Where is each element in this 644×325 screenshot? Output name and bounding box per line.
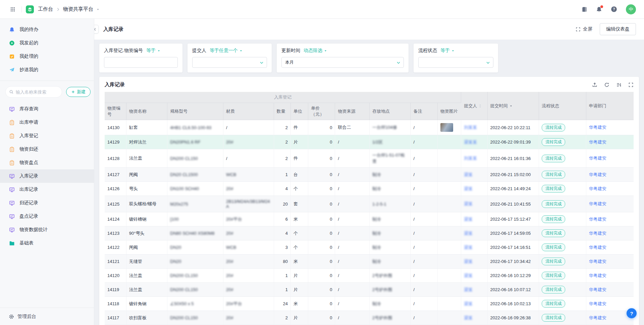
table-row[interactable]: 14127闸阀DN20 CL1500WCB1台0/制冷/梁某2022-06-21… [105, 168, 634, 182]
cell-text: 片 [293, 315, 298, 320]
filter-operator[interactable]: 等于任意一个 [210, 48, 243, 54]
submitter-link[interactable]: 刘某某 [464, 125, 477, 130]
table-row[interactable]: 14124镀锌槽钢[10020#平台6米0/制冷/梁某2022-06-17 15… [105, 212, 634, 226]
sidebar-item-material-statistics[interactable]: 物资数据统计 [0, 223, 94, 236]
sidebar-item-material-stocktake[interactable]: 物资盘点 [0, 156, 94, 169]
sort-icon[interactable] [478, 104, 482, 108]
user-avatar[interactable]: 中 [626, 4, 636, 14]
filter-operator[interactable]: 动态筛选 [304, 48, 327, 54]
submitter-link[interactable]: 梁某 [464, 217, 473, 222]
help-circle-icon[interactable]: ? [611, 6, 617, 12]
filter-input[interactable] [108, 60, 169, 65]
submitter-link[interactable]: 梁某某 [464, 140, 477, 145]
cell-text: / [338, 186, 339, 191]
sidebar-item-material-return[interactable]: 物资归还 [0, 143, 94, 156]
breadcrumb-app-name[interactable]: 物资共享平台 [63, 6, 93, 12]
cell-location: 制冷 [369, 226, 411, 240]
submitter-link[interactable]: 梁某 [464, 172, 473, 177]
search-input[interactable] [16, 90, 58, 95]
breadcrumb-workbench[interactable]: 工作台 [38, 6, 53, 12]
column-header-content[interactable]: 提交人 [464, 103, 482, 109]
floating-help-button[interactable]: ? [627, 308, 637, 318]
column-settings-icon[interactable] [616, 82, 622, 88]
cell-text: 缸套 [129, 125, 138, 130]
dept-link[interactable]: 华粤建安 [589, 140, 606, 145]
filter-operator[interactable]: 等于 [146, 48, 161, 54]
fullscreen-button[interactable]: 全屏 [576, 26, 592, 32]
filter-operator[interactable]: 等于 [440, 48, 455, 54]
filter-submitter-select[interactable] [192, 57, 267, 68]
dept-link[interactable]: 华粤建安 [589, 287, 606, 292]
table-row[interactable]: 14128法兰盖DN200 CL150/2件0/一台焊1-51-07检查/刘某某… [105, 149, 634, 168]
caret-down-icon[interactable] [96, 7, 100, 11]
refresh-icon[interactable] [604, 82, 609, 88]
table-row[interactable]: 14120法兰盖DN200 CL15020#1片0/2号炉外围/梁某2022-0… [105, 269, 634, 283]
sidebar-admin-backend[interactable]: 管理后台 [0, 308, 94, 325]
dept-link[interactable]: 华粤建安 [589, 259, 606, 264]
submitter-link[interactable]: 刘某某 [464, 156, 477, 161]
submitter-link[interactable]: 梁某 [464, 273, 473, 278]
table-row[interactable]: 14129对焊法兰DN20PN1.6 RF20#2片0/1/2区/梁某某2022… [105, 135, 634, 149]
dept-link[interactable]: 华粤建安 [589, 245, 606, 250]
column-header-content[interactable]: 提交时间 [490, 103, 513, 109]
dept-link[interactable]: 华粤建安 [589, 186, 606, 191]
dept-link[interactable]: 华粤建安 [589, 273, 606, 278]
filter-flow-status-select[interactable] [418, 57, 493, 68]
submitter-link[interactable]: 梁某 [464, 287, 473, 292]
table-row[interactable]: 14119法兰盖DN200 CL15020#1片0/2号炉外围/梁某2022-0… [105, 283, 634, 297]
filter-material-code-input[interactable] [104, 57, 178, 68]
notification-bell-icon[interactable] [596, 6, 602, 12]
sidebar-item-my-handled[interactable]: 我处理的 [0, 50, 94, 63]
dept-link[interactable]: 华粤建安 [589, 172, 606, 177]
fullscreen-icon [576, 27, 581, 32]
table-row[interactable]: 14118镀锌角钢∠50X50 x 520#平台24米0/制冷/梁某2022-0… [105, 297, 634, 311]
cell-text: 14118 [107, 301, 119, 306]
sidebar-item-my-initiated[interactable]: 我发起的 [0, 36, 94, 50]
submitter-link[interactable]: 梁某 [464, 201, 473, 206]
edit-dashboard-button[interactable]: 编辑仪表盘 [600, 23, 636, 35]
sidebar-search[interactable] [5, 86, 62, 98]
submitter-link[interactable]: 梁某 [464, 231, 473, 236]
sidebar-item-stocktake-records[interactable]: 盘点记录 [0, 210, 94, 223]
submitter-link[interactable]: 梁某 [464, 259, 473, 264]
table-row[interactable]: 14130缸套4HB1 CL6.50-100-93/2件0联合二一台焊104修/… [105, 120, 634, 135]
sidebar-item-inventory-query[interactable]: 库存查询 [0, 102, 94, 116]
dept-link[interactable]: 华粤建安 [589, 156, 606, 161]
submitter-link[interactable]: 梁某 [464, 315, 473, 320]
table-row[interactable]: 14122闸阀DN20WCB3个0/制冷/梁某2022-06-17 14:16:… [105, 240, 634, 255]
table-row[interactable]: 14121无缝管DN2020#80米0/制冷/梁某2022-06-17 10:3… [105, 255, 634, 269]
sidebar-item-return-records[interactable]: 归还记录 [0, 196, 94, 210]
sidebar-item-inbound-records[interactable]: 入库记录 [0, 169, 94, 183]
collapse-sidebar-icon[interactable] [94, 25, 99, 34]
sidebar-item-cc-to-me[interactable]: 抄送我的 [0, 63, 94, 76]
dept-link[interactable]: 华粤建安 [589, 315, 606, 320]
sidebar-item-outbound-apply[interactable]: 出库申请 [0, 116, 94, 129]
sidebar-item-inbound-register[interactable]: 入库登记 [0, 129, 94, 143]
dept-link[interactable]: 华粤建安 [589, 217, 606, 222]
submitter-link[interactable]: 梁某 [464, 301, 473, 306]
cell-spec: DN100 SCH40 [167, 182, 223, 196]
maximize-icon[interactable] [628, 82, 634, 88]
sidebar-item-outbound-records[interactable]: 出库记录 [0, 183, 94, 196]
export-icon[interactable] [592, 82, 597, 88]
material-photo-thumbnail[interactable] [440, 123, 453, 132]
dept-link[interactable]: 华粤建安 [589, 231, 606, 236]
submitter-link[interactable]: 梁某 [464, 186, 473, 191]
new-button[interactable]: 新建 [66, 87, 91, 97]
table-row[interactable]: 14126弯头DN100 SCH4020#4个0/制冷/梁某2022-06-21… [105, 182, 634, 196]
table-row[interactable]: 14125双头螺栓/螺母M20x2752B13/M24A/3B13/M24A20… [105, 196, 634, 212]
dept-link[interactable]: 华粤建安 [589, 125, 606, 130]
dept-link[interactable]: 华粤建安 [589, 201, 606, 206]
table-row[interactable]: 1412390°弯头DN80 SCH40 XS80M820#4个0/制冷/梁某2… [105, 226, 634, 240]
sidebar-item-base-tables[interactable]: 基础表 [0, 236, 94, 250]
table-row[interactable]: 14117吹扫盲板DN200 CL15020#2片0/2号炉外围/梁某2022-… [105, 311, 634, 325]
sort-desc-icon[interactable] [509, 104, 513, 108]
submitter-link[interactable]: 梁某 [464, 245, 473, 250]
filter-update-time-select[interactable]: 本月 [281, 57, 404, 68]
apps-grid-icon[interactable] [8, 5, 17, 14]
contacts-book-icon[interactable] [581, 6, 587, 12]
cell-name: 法兰盖 [126, 149, 167, 168]
sidebar-item-my-todo[interactable]: 我的待办 [0, 23, 94, 36]
dept-link[interactable]: 华粤建安 [589, 301, 606, 306]
cell-dept: 华粤建安 [586, 240, 634, 255]
